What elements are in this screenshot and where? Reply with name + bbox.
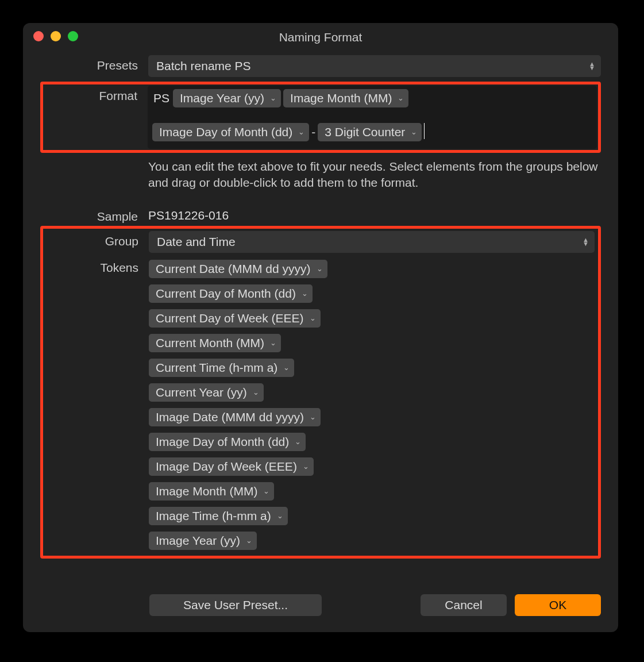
label-group: Group (47, 231, 149, 248)
chevron-down-icon: ⌄ (317, 264, 323, 273)
tokens-list: Current Date (MMM dd yyyy)⌄Current Day o… (149, 260, 595, 550)
presets-selected: Batch rename PS (156, 59, 251, 73)
token-item[interactable]: Current Date (MMM dd yyyy)⌄ (149, 260, 327, 278)
token-item[interactable]: Current Time (h-mm a)⌄ (149, 359, 294, 377)
label-tokens: Tokens (47, 257, 149, 275)
token-item[interactable]: Image Date (MMM dd yyyy)⌄ (149, 408, 321, 426)
chevron-down-icon: ⌄ (298, 123, 304, 141)
updown-icon: ▲▼ (583, 238, 589, 246)
label-sample: Sample (40, 206, 148, 224)
token-item[interactable]: Image Year (yy)⌄ (149, 532, 257, 550)
format-help-text: You can edit the text above to fit your … (148, 159, 601, 191)
dialog-naming-format: Naming Format Presets Batch rename PS ▲▼… (23, 23, 618, 632)
chevron-down-icon: ⌄ (270, 338, 276, 347)
token-item[interactable]: Image Day of Week (EEE)⌄ (149, 457, 314, 476)
cancel-button[interactable]: Cancel (421, 594, 507, 616)
token-item[interactable]: Image Month (MM)⌄ (149, 482, 274, 501)
minimize-icon[interactable] (51, 31, 61, 41)
token-item[interactable]: Current Day of Week (EEE)⌄ (149, 309, 321, 328)
chevron-down-icon: ⌄ (398, 89, 404, 107)
format-input[interactable]: PS Image Year (yy)⌄ Image Month (MM)⌄ Im… (148, 86, 597, 149)
token-item[interactable]: Image Time (h-mm a)⌄ (149, 507, 288, 525)
chevron-down-icon: ⌄ (310, 314, 316, 322)
chevron-down-icon: ⌄ (310, 413, 316, 421)
chevron-down-icon: ⌄ (277, 511, 283, 520)
row-presets: Presets Batch rename PS ▲▼ (40, 55, 601, 77)
save-user-preset-button[interactable]: Save User Preset... (149, 594, 322, 616)
token-item[interactable]: Current Day of Month (dd)⌄ (149, 284, 313, 303)
chevron-down-icon: ⌄ (270, 89, 276, 107)
chevron-down-icon: ⌄ (302, 289, 308, 298)
token-item[interactable]: Current Month (MM)⌄ (149, 334, 281, 352)
label-presets: Presets (40, 55, 148, 72)
label-format: Format (44, 86, 148, 103)
window-title: Naming Format (23, 27, 618, 44)
token-item[interactable]: Image Day of Month (dd)⌄ (149, 433, 306, 451)
format-token-image-year[interactable]: Image Year (yy)⌄ (173, 89, 281, 107)
format-token-image-month[interactable]: Image Month (MM)⌄ (283, 89, 408, 107)
group-selected: Date and Time (157, 235, 236, 249)
chevron-down-icon: ⌄ (295, 437, 301, 446)
chevron-down-icon: ⌄ (411, 123, 417, 141)
chevron-down-icon: ⌄ (283, 363, 290, 372)
updown-icon: ▲▼ (589, 62, 595, 70)
presets-select[interactable]: Batch rename PS ▲▼ (148, 55, 601, 77)
close-icon[interactable] (33, 31, 44, 41)
chevron-down-icon: ⌄ (303, 462, 309, 471)
text-caret (424, 123, 425, 139)
chevron-down-icon: ⌄ (253, 388, 259, 397)
chevron-down-icon: ⌄ (263, 487, 269, 495)
zoom-icon[interactable] (68, 31, 78, 41)
format-prefix-text: PS (152, 89, 171, 107)
format-token-image-day[interactable]: Image Day of Month (dd)⌄ (152, 123, 309, 141)
dialog-content: Presets Batch rename PS ▲▼ Format PS Ima… (23, 48, 618, 559)
button-bar: Save User Preset... Cancel OK (40, 594, 601, 616)
chevron-down-icon: ⌄ (246, 536, 252, 545)
sample-value: PS191226-016 (148, 206, 601, 222)
format-separator: - (311, 123, 315, 141)
group-select[interactable]: Date and Time ▲▼ (149, 231, 595, 253)
ok-button[interactable]: OK (515, 594, 601, 616)
format-token-counter[interactable]: 3 Digit Counter⌄ (318, 123, 422, 141)
token-item[interactable]: Current Year (yy)⌄ (149, 383, 264, 402)
window-controls (33, 31, 78, 41)
titlebar: Naming Format (23, 23, 618, 48)
